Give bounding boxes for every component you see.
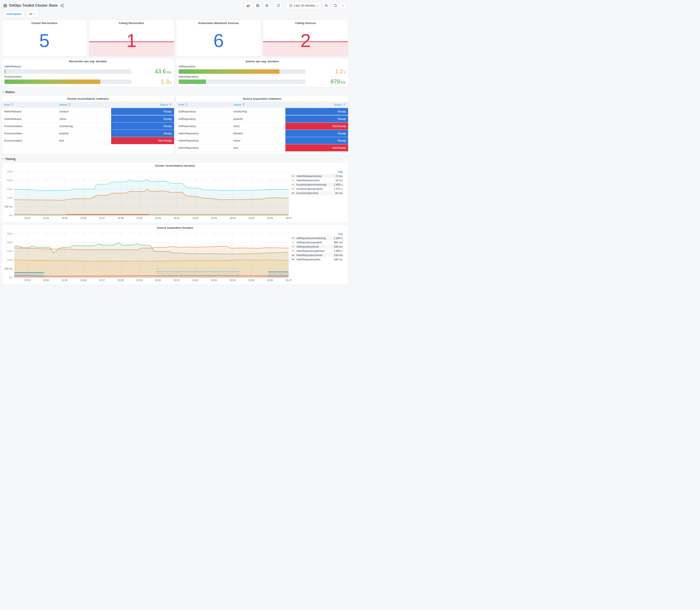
legend-avg-value: 16 ms [332,178,343,182]
gauge-row-helmrelease: HelmRelease43.6ms [4,65,172,75]
save-dashboard-button[interactable] [254,2,261,9]
x-axis-label: 15:59 [136,279,142,282]
column-header-label: Name [59,103,67,106]
dashboard-settings-button[interactable]: ⚙ [263,2,271,9]
gauge-fill [4,80,100,84]
section-header-timing[interactable]: Timing [2,156,348,162]
filter-funnel-icon[interactable] [11,103,14,107]
gauge-row-kustomization: Kustomization1.3s [4,75,172,85]
cycle-view-mode-button[interactable] [275,2,282,9]
refresh-button[interactable] [332,2,339,9]
column-header-kind[interactable]: Kind [2,101,57,108]
gauge-value-number: 1.3 [161,78,169,85]
apps-grid-icon [3,4,7,7]
cell-kind: HelmRelease [2,115,57,123]
filter-funnel-icon[interactable] [242,103,245,107]
legend-item-kustomization-monitoring: Kustomization/monitoring1.605 s [291,182,343,187]
refresh-button-group [332,2,347,9]
namespace-variable-label: namespace [3,11,25,17]
column-header-name[interactable]: Name [57,101,111,108]
legend-series-name[interactable]: GitRepository/test2 [296,245,319,248]
cell-name: contour [57,108,111,115]
legend-series-name[interactable]: GitRepository/podinfo [296,241,322,244]
status-badge: Ready [111,123,174,130]
status-badge: Ready [111,108,174,115]
filter-funnel-icon[interactable] [185,103,188,107]
x-axis-label: 16:06 [267,217,273,219]
legend-series-name[interactable]: Kustomization/monitoring [296,183,326,186]
clock-icon [289,4,292,7]
column-header-kind[interactable]: Kind [176,101,231,108]
status-tables-row: Cluster reconciliation readinessKindName… [2,95,348,154]
x-axis-label: 15:57 [99,217,105,219]
filter-funnel-icon[interactable] [343,103,346,107]
panel-title: Source acquisition duration [2,225,348,230]
column-header-status[interactable]: Status [286,101,348,108]
legend-item-helmrelease-contour: HelmRelease/contour71 ms [291,174,343,178]
timing-charts: Cluster reconciliation duration0 s500 ms… [2,162,348,285]
table-row: GitRepositorytest2Not Ready [176,123,348,130]
legend-swatch [292,259,295,260]
refresh-interval-dropdown[interactable] [339,2,346,9]
legend-series-name[interactable]: HelmRelease/contour [296,175,322,178]
namespace-variable-select[interactable]: All [26,11,38,17]
gauge-value: 1.2s [305,69,345,75]
status-badge: Ready [286,115,348,123]
x-axis-label: 15:54 [43,279,49,282]
gauge-value-number: 43.6 [155,68,166,75]
gauge-panels-row: Reconciler ops avg. durationHelmRelease4… [2,58,348,87]
column-header-name[interactable]: Name [231,101,286,108]
gauge-track [4,69,131,74]
gauge-fill [179,69,280,74]
legend-series-name[interactable]: GitRepository/monitoring [296,237,326,240]
legend-avg-value: 1.071 s [332,187,343,191]
section-header-status[interactable]: Status [2,89,348,95]
legend-series-name[interactable]: Kustomization/test [296,192,318,195]
stat-panel-cluster-reconcilers: Cluster Reconcilers5 [2,20,87,56]
gauge-row-gitrepository: GitRepository1.2s [179,65,346,75]
x-axis-label: 16:03 [211,279,217,282]
filter-funnel-icon[interactable] [68,103,71,107]
cell-name: minio [57,115,111,123]
table-header-row: KindNameStatus [2,101,174,108]
time-picker-button[interactable]: Last 15 minutes [286,2,321,9]
cell-status: Not Ready [111,137,174,144]
cell-name: minio [231,137,286,144]
status-badge: Ready [111,115,174,123]
save-icon [256,4,259,7]
panel-title: Cluster reconciliation duration [2,163,348,168]
table-panel-cluster-reconciliation-readiness: Cluster reconciliation readinessKindName… [2,95,174,154]
x-axis-label: 15:58 [117,279,124,282]
x-axis-label: 16:05 [248,279,254,282]
legend-series-name[interactable]: HelmRepository/bitnami [296,250,325,253]
x-axis-label: 15:56 [80,279,86,282]
panel-title: Source acquisition readiness [176,96,348,101]
zoom-out-time-button[interactable] [323,2,330,9]
table-row: HelmReleaseminioReady [2,115,174,123]
gauge-value: 879ms [305,79,345,85]
panel-title: Kubernetes Manifests Sources [176,20,261,26]
chart-plot[interactable] [14,170,289,215]
legend-avg-header[interactable]: avg [332,170,343,174]
table-header-row: KindNameStatus [176,101,348,108]
share-alt-icon[interactable] [60,4,64,7]
x-axis-label: 16:06 [267,279,273,282]
x-axis-label: 15:53 [24,217,30,219]
filter-funnel-icon[interactable] [169,103,172,107]
add-panel-button[interactable] [245,2,253,9]
chart-plot[interactable] [14,232,289,277]
section-title: Timing [5,157,16,161]
namespace-variable-value: All [29,12,32,16]
legend-series-name[interactable]: HelmRepository/test [296,258,321,261]
gauge-value: 43.6ms [131,69,172,75]
legend-avg-header[interactable]: avg [331,232,343,236]
status-badge: Not Ready [286,123,348,130]
status-badge: Ready [286,137,348,144]
legend-avg-value: 338 ms [331,245,343,249]
stat-value: 1 [126,31,137,50]
legend-series-name[interactable]: HelmRepository/minio [296,254,322,257]
legend-series-name[interactable]: Kustomization/podinfo [296,188,323,190]
column-header-status[interactable]: Status [111,101,174,108]
legend-series-name[interactable]: HelmRelease/minio [296,179,320,182]
column-header-label: Status [160,103,168,106]
